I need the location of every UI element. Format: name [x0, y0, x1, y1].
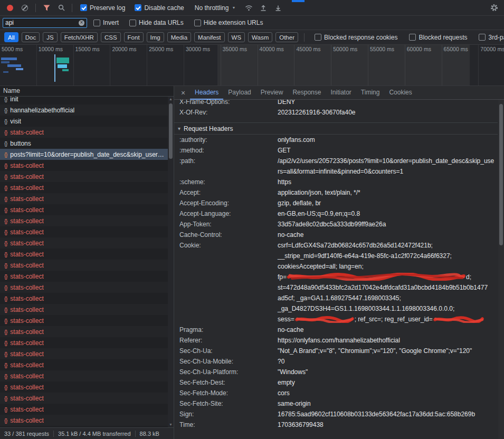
- request-row[interactable]: {} stats-collect: [0, 271, 168, 282]
- timeline-overview[interactable]: 5000 ms 10000 ms 15000 ms 20000 ms 25000…: [0, 45, 504, 86]
- scroll-up-icon[interactable]: ▲: [168, 97, 174, 102]
- triangle-down-icon: ▾: [178, 123, 180, 134]
- request-row[interactable]: {} buttons: [0, 138, 168, 149]
- details-tab[interactable]: Initiator: [326, 86, 356, 100]
- type-filter-button[interactable]: Doc: [22, 32, 40, 42]
- json-braces-icon: {}: [4, 107, 7, 113]
- request-list-scrollbar[interactable]: ▲ ▼: [168, 97, 174, 427]
- timeline-cell: 30000 ms: [184, 45, 221, 85]
- type-filter-button[interactable]: Media: [167, 32, 191, 42]
- details-tab[interactable]: Preview: [256, 86, 288, 100]
- settings-button[interactable]: [487, 2, 501, 14]
- header-row: Sec-Ch-Ua-Platform: "Windows": [174, 367, 498, 377]
- type-filter-button[interactable]: Other: [275, 32, 298, 42]
- request-row[interactable]: {} stats-collect: [0, 393, 168, 404]
- clear-button[interactable]: [18, 2, 32, 14]
- scrollbar-thumb[interactable]: [169, 103, 173, 159]
- request-row[interactable]: {} stats-collect: [0, 215, 168, 226]
- request-row[interactable]: {} stats-collect: [0, 359, 168, 370]
- search-button[interactable]: [54, 2, 68, 14]
- network-conditions-button[interactable]: [242, 2, 255, 14]
- request-row[interactable]: {} stats-collect: [0, 226, 168, 237]
- request-headers-section-header[interactable]: ▾ Request Headers: [174, 122, 498, 135]
- type-filter-button[interactable]: Fetch/XHR: [61, 32, 98, 42]
- filter-input[interactable]: [5, 19, 77, 26]
- throttling-dropdown[interactable]: No throttling ▼: [195, 4, 236, 12]
- import-har-button[interactable]: [256, 2, 270, 14]
- request-row[interactable]: {} stats-collect: [0, 160, 168, 171]
- request-row[interactable]: {} visit: [0, 116, 168, 127]
- timeline-cell: 45000 ms: [294, 45, 331, 85]
- filter-toggle-button[interactable]: [40, 2, 53, 14]
- request-row[interactable]: {} stats-collect: [0, 282, 168, 293]
- request-row[interactable]: {} stats-collect: [0, 204, 168, 215]
- network-filter-checkbox[interactable]: Blocked response cookies: [315, 34, 397, 41]
- details-scrollbar[interactable]: [498, 100, 504, 439]
- request-row[interactable]: {} posts?limit=10&order=publish_date_des…: [0, 149, 168, 160]
- header-name: X-Frame-Options:: [174, 100, 278, 107]
- request-row[interactable]: {} hannahelizabethofficial: [0, 104, 168, 116]
- request-row[interactable]: {} init: [0, 97, 168, 104]
- network-filter-checkbox[interactable]: Blocked requests: [409, 34, 467, 41]
- json-braces-icon: {}: [4, 174, 7, 180]
- json-braces-icon: {}: [4, 307, 7, 313]
- network-filter-checkbox[interactable]: 3rd-party requests: [479, 34, 504, 41]
- hide-data-urls-label: Hide data URLs: [139, 19, 184, 26]
- header-name: Sec-Ch-Ua-Mobile:: [174, 356, 278, 367]
- request-row[interactable]: {} stats-collect: [0, 381, 168, 393]
- scroll-down-icon[interactable]: ▼: [168, 422, 174, 427]
- type-filter-button[interactable]: Font: [124, 32, 144, 42]
- request-row[interactable]: {} stats-collect: [0, 404, 168, 415]
- disable-cache-checkbox[interactable]: Disable cache: [135, 4, 184, 12]
- details-tab[interactable]: Cookies: [384, 86, 416, 100]
- export-har-button[interactable]: [271, 2, 285, 14]
- request-row[interactable]: {} stats-collect: [0, 260, 168, 271]
- scrollbar-thumb[interactable]: [499, 104, 503, 245]
- request-name: stats-collect: [10, 306, 43, 313]
- invert-checkbox[interactable]: Invert: [93, 19, 119, 26]
- request-row[interactable]: {} stats-collect: [0, 127, 168, 138]
- header-value: /api2/v2/users/20572336/posts?limit=10&o…: [278, 156, 498, 177]
- preserve-log-checkbox[interactable]: Preserve log: [80, 4, 125, 12]
- toolbar-divider: [304, 33, 305, 42]
- type-filter-button[interactable]: Img: [147, 32, 164, 42]
- request-row[interactable]: {} stats-collect: [0, 171, 168, 182]
- type-filter-button[interactable]: All: [4, 32, 18, 42]
- waterfall-bar: [62, 69, 69, 71]
- hide-extension-urls-checkbox[interactable]: Hide extension URLs: [194, 19, 263, 26]
- name-column-header[interactable]: Name: [0, 86, 174, 97]
- record-button[interactable]: [3, 2, 17, 14]
- request-row[interactable]: {} stats-collect: [0, 193, 168, 204]
- cookie-value: csrf=LdfcGX4Sa72db06824c657db26a5d142472…: [278, 240, 498, 325]
- request-row[interactable]: {} stats-collect: [0, 370, 168, 381]
- request-row[interactable]: {} stats-collect: [0, 182, 168, 193]
- request-row[interactable]: {} stats-collect: [0, 326, 168, 337]
- request-row[interactable]: {} stats-collect: [0, 293, 168, 304]
- json-braces-icon: {}: [4, 229, 7, 235]
- details-tab[interactable]: Response: [288, 86, 326, 100]
- request-row[interactable]: {} stats-collect: [0, 315, 168, 326]
- close-icon[interactable]: ×: [176, 86, 190, 99]
- details-tab[interactable]: Headers: [190, 86, 223, 100]
- hide-data-urls-checkbox[interactable]: Hide data URLs: [129, 19, 184, 26]
- request-row[interactable]: {} stats-collect: [0, 415, 168, 426]
- request-name: stats-collect: [10, 129, 43, 136]
- request-row[interactable]: {} stats-collect: [0, 337, 168, 348]
- type-filter-button[interactable]: JS: [43, 32, 57, 42]
- request-row[interactable]: {} stats-collect: [0, 304, 168, 315]
- clear-filter-icon[interactable]: ×: [79, 20, 84, 26]
- request-row[interactable]: {} stats-collect: [0, 237, 168, 249]
- timeline-cell: 55000 ms: [368, 45, 405, 85]
- type-filter-button[interactable]: WS: [228, 32, 245, 42]
- type-filter-button[interactable]: Manifest: [194, 32, 224, 42]
- export-arrow-down-icon: [274, 4, 282, 12]
- details-tab[interactable]: Payload: [223, 86, 255, 100]
- request-row[interactable]: {} stats-collect: [0, 249, 168, 260]
- details-tab[interactable]: Timing: [356, 86, 385, 100]
- request-name: hannahelizabethofficial: [10, 107, 74, 114]
- request-details-panel: × Headers Payload Preview Response Initi…: [174, 86, 504, 439]
- type-filter-button[interactable]: CSS: [101, 32, 121, 42]
- type-filter-button[interactable]: Wasm: [248, 32, 272, 42]
- request-row[interactable]: {} stats-collect: [0, 348, 168, 359]
- json-braces-icon: {}: [4, 207, 7, 213]
